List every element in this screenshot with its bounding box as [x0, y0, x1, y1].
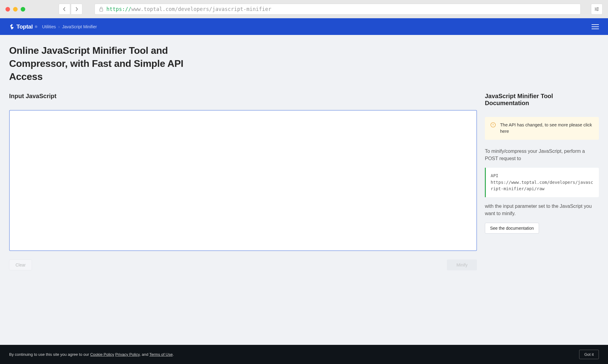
clear-button[interactable]: Clear: [9, 259, 32, 270]
doc-paragraph-1: To minify/compress your JavaScript, perf…: [485, 148, 599, 162]
nav-buttons: [59, 4, 82, 15]
chevron-left-icon: [63, 7, 66, 12]
logo[interactable]: Toptal®: [9, 23, 37, 30]
url-bar[interactable]: https://www.toptal.com/developers/javasc…: [95, 4, 581, 15]
api-label: API: [491, 173, 594, 179]
site-header: Toptal® Utilities › JavaScript Minifier: [0, 18, 608, 35]
toptal-logo-icon: [9, 24, 15, 29]
browser-settings-button[interactable]: [591, 4, 603, 15]
close-window-button[interactable]: [5, 7, 10, 12]
api-url: https://www.toptal.com/developers/javasc…: [491, 179, 594, 192]
api-endpoint-block: API https://www.toptal.com/developers/ja…: [485, 168, 599, 197]
input-heading: Input JavaScript: [9, 93, 477, 100]
warning-icon: [490, 122, 496, 128]
breadcrumb-utilities[interactable]: Utilities: [42, 24, 56, 29]
svg-rect-0: [100, 9, 103, 11]
notice-link[interactable]: here: [500, 129, 509, 134]
svg-point-9: [493, 125, 493, 126]
lock-icon: [99, 7, 103, 12]
javascript-input[interactable]: [9, 110, 477, 251]
documentation-heading: JavaScript Minifier Tool Documentation: [485, 93, 599, 107]
hamburger-icon: [592, 24, 599, 25]
chevron-right-icon: [75, 7, 78, 12]
sliders-icon: [594, 7, 599, 11]
chevron-right-icon: ›: [58, 24, 60, 29]
breadcrumb: Utilities › JavaScript Minifier: [42, 24, 97, 29]
logo-text: Toptal: [16, 23, 33, 30]
notice-text: The API has changed, to see more please …: [500, 122, 593, 135]
breadcrumb-current: JavaScript Minifier: [62, 24, 97, 29]
svg-point-6: [597, 10, 598, 11]
svg-point-4: [597, 8, 598, 9]
url-protocol: https://: [106, 6, 131, 12]
minify-button[interactable]: Minify: [447, 259, 477, 270]
menu-button[interactable]: [592, 23, 599, 31]
forward-button[interactable]: [71, 4, 82, 15]
url-path: www.toptal.com/developers/javascript-min…: [131, 6, 271, 12]
traffic-lights: [5, 7, 25, 12]
svg-point-5: [596, 9, 596, 10]
browser-chrome: https://www.toptal.com/developers/javasc…: [0, 0, 608, 18]
minimize-window-button[interactable]: [13, 7, 18, 12]
page-title: Online JavaScript Minifier Tool and Comp…: [9, 44, 216, 84]
api-change-notice: The API has changed, to see more please …: [485, 117, 599, 140]
see-documentation-button[interactable]: See the documentation: [485, 223, 539, 234]
back-button[interactable]: [59, 4, 70, 15]
maximize-window-button[interactable]: [21, 7, 25, 12]
doc-paragraph-2: with the input parameter set to the Java…: [485, 203, 599, 217]
